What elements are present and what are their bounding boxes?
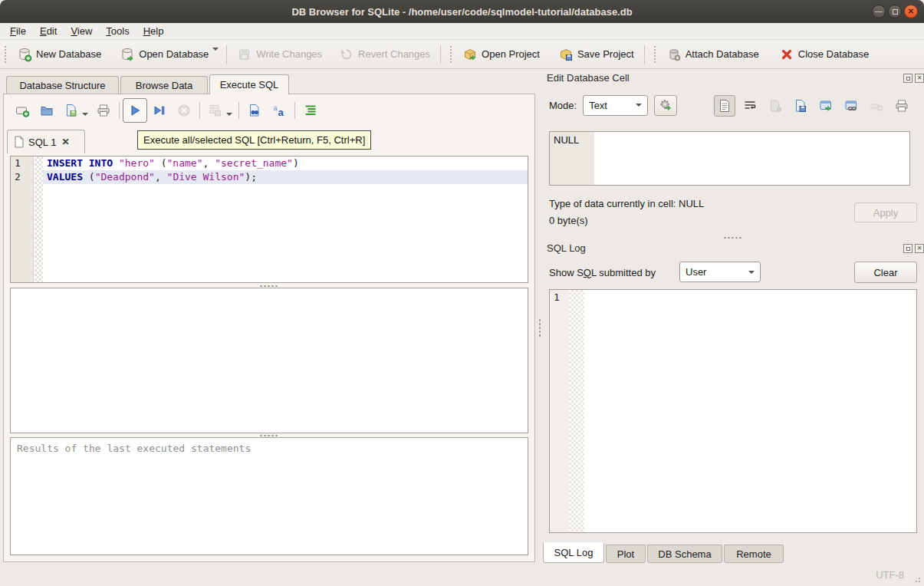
stop-execution-button[interactable]	[172, 98, 196, 123]
grid-messages-splitter[interactable]	[259, 433, 279, 436]
results-grid-pane[interactable]	[10, 288, 528, 433]
cell-value-editor[interactable]: NULL	[549, 131, 910, 186]
sql-log-view[interactable]: 1	[549, 289, 917, 533]
print-icon	[894, 98, 909, 114]
revert-changes-button[interactable]: Revert Changes	[334, 43, 436, 66]
main-toolbar: New Database Open Database Write Changes…	[0, 40, 924, 69]
sql-code-area[interactable]: INSERT INTO "hero" ("name", "secret_name…	[43, 156, 528, 282]
close-database-label: Close Database	[798, 48, 870, 60]
tab-browse-data[interactable]: Browse Data	[120, 76, 208, 94]
format-sql-button[interactable]	[298, 98, 323, 123]
print-sql-button[interactable]	[91, 98, 116, 123]
import-cell-button[interactable]	[790, 95, 811, 117]
toolbar-separator	[644, 45, 645, 64]
code-line-2-current: VALUES ("Deadpond", "Dive Wilson");	[43, 170, 528, 184]
titlebar[interactable]: DB Browser for SQLite - /home/user/code/…	[0, 0, 924, 23]
close-button[interactable]: ✕	[904, 5, 918, 18]
log-line-gutter: 1	[550, 290, 569, 532]
database-plus-icon	[17, 47, 32, 62]
save-cell-button[interactable]	[765, 95, 786, 117]
auto-apply-button[interactable]	[654, 95, 677, 116]
apply-button[interactable]: Apply	[854, 202, 917, 222]
close-database-button[interactable]: Close Database	[774, 43, 875, 66]
text-mode-button[interactable]	[714, 95, 735, 117]
tab-remote[interactable]: Remote	[724, 545, 784, 563]
open-database-button[interactable]: Open Database	[114, 43, 214, 66]
sql-log-close-button[interactable]: ✕	[915, 244, 924, 253]
word-wrap-button[interactable]	[739, 95, 761, 117]
open-sql-file-button[interactable]	[35, 98, 59, 123]
cell-mode-row: Mode: Text	[549, 94, 677, 116]
edit-cell-close-button[interactable]: ✕	[915, 74, 924, 83]
sql-log-float-button[interactable]	[903, 244, 912, 253]
link-icon	[843, 98, 859, 114]
sql-toolbar-separator	[238, 102, 239, 119]
mode-label: Mode:	[549, 100, 577, 111]
open-project-button[interactable]: Open Project	[457, 43, 545, 66]
attach-database-icon	[666, 47, 682, 62]
database-open-icon	[120, 47, 135, 62]
write-changes-button[interactable]: Write Changes	[232, 43, 327, 66]
results-message-pane[interactable]: Results of the last executed statements	[10, 437, 528, 555]
open-in-external-button[interactable]	[840, 95, 862, 117]
export-cell-button[interactable]	[815, 95, 837, 117]
import-icon	[793, 98, 808, 114]
tab-plot[interactable]: Plot	[606, 545, 646, 563]
log-source-select[interactable]: User	[679, 262, 761, 282]
minimize-button[interactable]: —	[872, 5, 886, 18]
execute-all-button[interactable]	[123, 98, 147, 123]
write-changes-icon	[237, 47, 252, 62]
menu-file[interactable]: File	[3, 24, 33, 38]
project-open-icon	[462, 47, 478, 62]
code-line-1: INSERT INTO "hero" ("name", "secret_name…	[43, 156, 528, 170]
execute-current-line-button[interactable]	[147, 98, 172, 123]
save-project-button[interactable]: Save Project	[553, 43, 640, 66]
svg-text:a: a	[274, 104, 278, 112]
sql-document-tab[interactable]: SQL 1 ✕	[7, 130, 85, 153]
save-results-icon	[208, 103, 223, 118]
dock-horizontal-splitter[interactable]	[542, 233, 924, 240]
revert-changes-label: Revert Changes	[358, 48, 430, 60]
print-cell-button[interactable]	[891, 95, 912, 117]
attach-database-button[interactable]: Attach Database	[661, 43, 765, 66]
find-button[interactable]	[242, 98, 267, 123]
menu-help[interactable]: Help	[136, 24, 171, 38]
gear-arrow-icon	[658, 97, 673, 113]
sql-tab-close-icon[interactable]: ✕	[61, 137, 69, 147]
save-sql-file-button[interactable]	[59, 98, 84, 123]
autocomplete-button[interactable]: aa	[267, 98, 291, 123]
resize-grip[interactable]	[912, 574, 922, 584]
menu-view[interactable]: View	[64, 24, 99, 38]
open-database-dropdown-arrow[interactable]	[212, 48, 219, 51]
save-results-button[interactable]	[203, 98, 228, 123]
svg-text:a: a	[278, 107, 284, 118]
menu-tools[interactable]: Tools	[99, 24, 136, 38]
edit-cell-float-button[interactable]	[903, 74, 912, 83]
tab-db-schema[interactable]: DB Schema	[647, 545, 722, 563]
toolbar-drag-handle[interactable]	[653, 45, 657, 64]
maximize-button[interactable]	[888, 5, 902, 18]
tab-database-structure[interactable]: Database Structure	[6, 76, 119, 94]
main-vertical-splitter[interactable]	[535, 94, 542, 562]
tab-sql-log[interactable]: SQL Log	[543, 542, 604, 563]
set-null-button[interactable]	[866, 95, 887, 117]
editor-results-splitter[interactable]	[259, 284, 279, 287]
new-sql-tab-button[interactable]	[10, 98, 35, 123]
save-sql-dropdown-arrow[interactable]	[82, 113, 88, 116]
execute-line-icon	[152, 103, 167, 118]
mode-select[interactable]: Text	[583, 95, 648, 116]
toolbar-separator	[440, 45, 441, 64]
clear-log-button[interactable]: Clear	[854, 262, 917, 283]
sql-toolbar-separator	[294, 102, 295, 119]
word-wrap-icon	[742, 98, 758, 114]
sql-toolbar-separator	[199, 102, 200, 119]
save-file-icon	[64, 103, 79, 118]
new-database-button[interactable]: New Database	[12, 43, 107, 66]
menu-edit[interactable]: Edit	[33, 24, 64, 38]
toolbar-drag-handle[interactable]	[449, 45, 453, 64]
encoding-indicator: UTF-8	[876, 569, 904, 581]
sql-editor[interactable]: 1 2 INSERT INTO "hero" ("name", "secret_…	[10, 156, 528, 283]
tab-execute-sql[interactable]: Execute SQL	[209, 74, 289, 94]
save-results-dropdown-arrow[interactable]	[226, 113, 232, 116]
toolbar-drag-handle[interactable]	[4, 45, 8, 64]
